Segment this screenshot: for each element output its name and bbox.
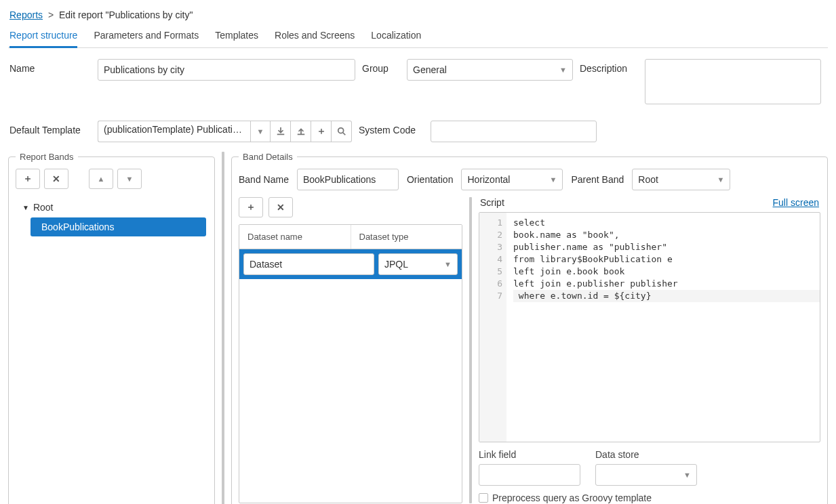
bands-tree: ▼ Root BookPublications: [16, 196, 207, 239]
download-template-button[interactable]: [271, 121, 291, 142]
script-label: Script: [480, 197, 504, 208]
plus-icon: ＋: [246, 201, 256, 213]
svg-line-3: [342, 133, 345, 135]
report-bands-legend: Report Bands: [16, 152, 78, 162]
orientation-label: Orientation: [407, 174, 453, 185]
dataset-type-select[interactable]: JPQL ▼: [378, 253, 458, 275]
inner-splitter[interactable]: [469, 197, 472, 503]
tree-node-label: Root: [33, 202, 54, 213]
dataset-type-value: JPQL: [384, 259, 408, 270]
move-band-up-button[interactable]: ▲: [89, 169, 113, 189]
breadcrumb-current: Edit report "Publications by city": [59, 9, 193, 20]
upload-icon: [296, 127, 306, 136]
vertical-splitter[interactable]: [222, 152, 224, 504]
line-gutter: 1234567: [479, 213, 506, 442]
band-details-panel: Band Details Band Name Orientation Horiz…: [231, 152, 828, 504]
breadcrumb-root-link[interactable]: Reports: [9, 9, 43, 20]
report-bands-panel: Report Bands ＋ ✕ ▲ ▼ ▼ Root BookPublicat…: [8, 152, 215, 504]
dataset-column: ＋ ✕ Dataset name Dataset type JPQL ▼: [239, 197, 462, 503]
group-select-value: General: [413, 64, 447, 75]
link-field-label: Link field: [479, 449, 580, 461]
browse-template-button[interactable]: [332, 121, 352, 142]
chevron-down-icon: ▼: [683, 471, 691, 479]
preprocess-checkbox[interactable]: [479, 493, 488, 503]
plus-icon: ＋: [317, 125, 326, 138]
chevron-down-icon: ▼: [126, 175, 134, 183]
dataset-row[interactable]: JPQL ▼: [239, 249, 462, 279]
col-dataset-name[interactable]: Dataset name: [239, 225, 351, 249]
chevron-down-icon: ▼: [550, 175, 557, 184]
parent-band-label: Parent Band: [571, 174, 624, 185]
breadcrumb: Reports > Edit report "Publications by c…: [8, 7, 828, 26]
band-details-legend: Band Details: [239, 152, 297, 162]
parent-band-select[interactable]: Root ▼: [632, 169, 730, 190]
plus-icon: ＋: [23, 173, 33, 185]
chevron-down-icon: ▼: [257, 127, 264, 135]
svg-rect-1: [297, 134, 304, 135]
tab-parameters-formats[interactable]: Parameters and Formats: [94, 26, 199, 47]
col-dataset-type[interactable]: Dataset type: [351, 225, 462, 249]
parent-band-value: Root: [638, 174, 658, 185]
tab-localization[interactable]: Localization: [371, 26, 421, 47]
form-top: Name Group General ▼ Description Default…: [8, 48, 828, 152]
download-icon: [276, 127, 285, 136]
dataset-table-head: Dataset name Dataset type: [239, 225, 462, 249]
default-template-combo: (publicationTemplate) Publications by ci…: [98, 121, 352, 142]
group-select[interactable]: General ▼: [407, 59, 573, 81]
preprocess-label: Preprocess query as Groovy template: [492, 492, 652, 503]
data-store-label: Data store: [595, 449, 697, 461]
script-editor[interactable]: 1234567 selectbook.name as "book",publis…: [479, 212, 820, 442]
remove-dataset-button[interactable]: ✕: [268, 197, 293, 217]
search-icon: [337, 127, 346, 136]
script-column: Script Full screen 1234567 selectbook.na…: [479, 197, 820, 503]
x-icon: ✕: [277, 202, 285, 213]
default-template-input[interactable]: (publicationTemplate) Publications by ci…: [98, 121, 250, 142]
group-label: Group: [362, 59, 400, 74]
chevron-down-icon: ▼: [717, 175, 724, 184]
below-script-row: Link field Data store ▼: [479, 442, 820, 486]
report-bands-toolbar: ＋ ✕ ▲ ▼: [16, 169, 207, 189]
tab-report-structure[interactable]: Report structure: [9, 26, 77, 47]
chevron-down-icon: ▼: [444, 260, 452, 268]
details-columns: ＋ ✕ Dataset name Dataset type JPQL ▼: [239, 197, 820, 503]
tree-node-root[interactable]: ▼ Root: [17, 198, 206, 216]
dataset-table: Dataset name Dataset type JPQL ▼: [239, 224, 462, 503]
dataset-toolbar: ＋ ✕: [239, 197, 462, 217]
code-body[interactable]: selectbook.name as "book",publisher.name…: [506, 213, 820, 442]
description-textarea[interactable]: [645, 59, 821, 104]
add-template-button[interactable]: ＋: [311, 121, 332, 142]
svg-point-2: [338, 128, 343, 133]
move-band-down-button[interactable]: ▼: [117, 169, 142, 189]
fullscreen-link[interactable]: Full screen: [773, 197, 819, 208]
dataset-name-input[interactable]: [243, 253, 374, 275]
upload-template-button[interactable]: [291, 121, 311, 142]
preprocess-row: Preprocess query as Groovy template: [479, 486, 820, 503]
link-field-input[interactable]: [479, 464, 580, 486]
chevron-down-icon: ▼: [559, 66, 567, 74]
name-input[interactable]: [98, 59, 355, 81]
default-template-dropdown[interactable]: ▼: [250, 121, 271, 142]
tree-node-bookpublications[interactable]: BookPublications: [31, 217, 206, 236]
svg-rect-0: [277, 134, 284, 135]
work-area: Report Bands ＋ ✕ ▲ ▼ ▼ Root BookPublicat…: [8, 152, 828, 504]
system-code-input[interactable]: [431, 121, 597, 142]
tab-roles-screens[interactable]: Roles and Screens: [275, 26, 355, 47]
caret-down-icon: ▼: [22, 204, 29, 211]
add-band-button[interactable]: ＋: [16, 169, 40, 189]
orientation-select[interactable]: Horizontal ▼: [461, 169, 563, 190]
orientation-value: Horizontal: [467, 174, 510, 185]
tab-bar: Report structure Parameters and Formats …: [8, 26, 828, 48]
remove-band-button[interactable]: ✕: [44, 169, 68, 189]
band-name-label: Band Name: [239, 174, 289, 185]
band-form: Band Name Orientation Horizontal ▼ Paren…: [239, 169, 820, 190]
system-code-label: System Code: [359, 121, 424, 135]
data-store-select[interactable]: ▼: [595, 464, 697, 486]
chevron-up-icon: ▲: [98, 175, 105, 183]
tab-templates[interactable]: Templates: [215, 26, 258, 47]
description-label: Description: [580, 59, 638, 74]
x-icon: ✕: [52, 173, 60, 184]
add-dataset-button[interactable]: ＋: [239, 197, 263, 217]
name-label: Name: [9, 59, 91, 74]
band-name-input[interactable]: [297, 169, 399, 190]
tree-node-label: BookPublications: [41, 222, 114, 232]
